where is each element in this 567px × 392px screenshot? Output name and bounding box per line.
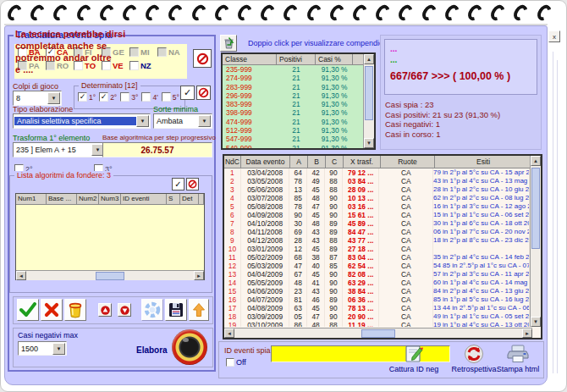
determinato-option-1°[interactable]: ✓1° — [78, 92, 96, 102]
scroll-left-icon[interactable]: ◄ — [224, 329, 234, 338]
lista-column-header[interactable]: Base ... — [47, 194, 77, 205]
table-row[interactable]: 1803/09/200905479020 90 ...CA49 in 1°p a… — [224, 312, 530, 321]
chevron-down-icon[interactable]: ▼ — [47, 92, 60, 104]
compendio-column-header[interactable]: Casi % — [316, 54, 353, 65]
scroll-thumb[interactable] — [531, 168, 540, 249]
lista-column-header[interactable]: Num3 — [99, 194, 121, 205]
lista-column-header[interactable]: ID eventi — [121, 194, 167, 205]
chevron-down-icon[interactable]: ▼ — [52, 343, 65, 355]
lista-hscrollbar[interactable]: ◄ ► — [16, 270, 204, 280]
cattura-id-button[interactable]: Cattura ID neg — [378, 344, 449, 373]
determinato-option-3°[interactable]: 3° — [120, 92, 138, 102]
scroll-thumb[interactable] — [361, 329, 395, 338]
scroll-up-icon[interactable]: ▲ — [531, 156, 541, 166]
scroll-down-icon[interactable]: ▼ — [364, 138, 374, 148]
table-row[interactable]: 1704/08/200963459078 13 ...CA13 44 in 2°… — [224, 304, 530, 312]
lista-column-header[interactable]: Num1 — [16, 194, 47, 205]
determinato-option-5°[interactable]: 5° — [162, 92, 179, 102]
table-row[interactable]: 274-9992191,30 % — [223, 74, 374, 82]
compendio-column-header[interactable]: Classe — [223, 54, 277, 65]
lista-algoritmi-table[interactable]: Num1Base ...Num2Num3ID eventiSDet — [15, 193, 205, 280]
compendio-vscrollbar[interactable]: ▲ ▼ — [363, 54, 374, 148]
events-column-header[interactable]: X trasf. — [344, 156, 381, 168]
table-row[interactable]: 1105/02/200968388783 04 ...CA35 in 2°p a… — [224, 253, 530, 262]
lista-column-header[interactable]: S — [167, 194, 180, 205]
table-row[interactable]: 549-9992191,30 % — [223, 144, 374, 150]
determinato-option-2°[interactable]: ✓2° — [99, 92, 117, 102]
events-column-header[interactable]: Esiti — [435, 156, 532, 168]
scroll-thumb[interactable] — [96, 272, 124, 280]
stampa-html-button[interactable]: Stampa html — [492, 344, 544, 373]
table-row[interactable]: 235-9992191,30 % — [223, 65, 374, 74]
table-row[interactable]: 1003/01/200912458927 18 ...CA — [224, 245, 530, 253]
lista-clear-button[interactable] — [186, 178, 199, 190]
determinato-option-4'[interactable]: 4' — [141, 92, 157, 102]
table-row[interactable]: 305/06/200813458828 09 ...CA28 in 1°p al… — [224, 185, 530, 194]
lista-confirm-button[interactable]: ✓ — [172, 178, 184, 190]
table-row[interactable]: 296-9992191,30 % — [223, 91, 374, 100]
events-column-header[interactable]: B — [308, 156, 326, 168]
scroll-right-icon[interactable]: ► — [194, 271, 204, 280]
events-column-header[interactable]: Ruote — [381, 156, 435, 168]
move-up-button[interactable] — [98, 303, 112, 317]
table-row[interactable]: 383-9992191,30 % — [223, 100, 374, 108]
table-row[interactable]: 547-9992191,30 % — [223, 135, 374, 143]
casi-negativi-select[interactable]: 1500 ▼ — [18, 341, 67, 356]
chevron-down-icon[interactable]: ▼ — [198, 115, 211, 127]
events-vscrollbar[interactable]: ▲ ▼ — [530, 156, 541, 327]
apply-button[interactable] — [17, 299, 39, 321]
table-row[interactable]: 283-9992191,30 % — [223, 83, 374, 91]
bucket-button[interactable] — [64, 299, 86, 321]
scroll-down-icon[interactable]: ▼ — [531, 317, 541, 327]
table-row[interactable]: 103/04/200864429079 12 ...CA79 in 2°p al… — [224, 168, 530, 177]
lista-column-header[interactable]: Det — [180, 194, 199, 205]
sorte-select[interactable]: Ambata ▼ — [153, 113, 212, 129]
table-row[interactable]: 474-9992191,30 % — [223, 118, 374, 126]
scroll-right-icon[interactable]: ► — [522, 329, 532, 338]
events-column-header[interactable]: A — [290, 156, 308, 168]
close-button[interactable]: x — [548, 30, 560, 42]
table-row[interactable]: 203/05/200878498803 84 ...CA43 in 1°p al… — [224, 177, 530, 185]
trasforma-select[interactable]: 235 ] Elem A + 15 ▼ — [13, 142, 106, 157]
save-button[interactable] — [165, 299, 187, 321]
region-checkbox-na[interactable]: NA — [157, 47, 185, 57]
table-row[interactable]: 505/08/200878479003 16 ...CA16 in 1°p al… — [224, 202, 530, 211]
table-row[interactable]: 512-9992191,30 % — [223, 126, 374, 135]
table-row[interactable]: 804/11/200869438984 47 ...CA06 in 1°p al… — [224, 228, 530, 236]
table-row[interactable]: 1903/10/200986488811 19 ...CA19 in 1°p a… — [224, 321, 530, 327]
table-row[interactable]: 704/10/200830488945 89 ...CA30 in 1°p al… — [224, 219, 530, 228]
base-field[interactable]: 26.75.57 — [102, 142, 212, 157]
tipo-select[interactable]: Analisi selettiva specifica ▼ — [13, 113, 151, 129]
off-checkbox[interactable]: Off — [226, 358, 246, 367]
move-down-button[interactable] — [118, 303, 131, 317]
events-column-header[interactable]: Data evento — [241, 156, 290, 168]
elabora-button[interactable] — [172, 329, 207, 365]
events-column-header[interactable]: C — [326, 156, 344, 168]
events-column-header[interactable]: NdC — [224, 156, 241, 168]
delete-button[interactable] — [41, 299, 63, 321]
refresh-button[interactable] — [141, 299, 163, 321]
compendio-column-header[interactable]: Positivi — [277, 54, 316, 65]
chevron-down-icon[interactable]: ▼ — [136, 115, 149, 127]
table-row[interactable]: 1604/07/200981468906 36 ...CA85 in 1°p a… — [224, 295, 530, 304]
events-table[interactable]: NdCData eventoABCX trasf.RuoteEsiti 103/… — [223, 154, 542, 340]
region-checkbox-nz[interactable]: NZ — [129, 61, 157, 70]
scroll-up-icon[interactable]: ▲ — [364, 54, 374, 64]
table-row[interactable]: 1504/06/200923439038 84 ...CA84 in 2°p a… — [224, 287, 530, 295]
table-row[interactable]: 1405/05/200948419063 29 ...CA60 in 1°p a… — [224, 279, 530, 287]
colpi-select[interactable]: 8 ▼ — [13, 91, 62, 106]
table-row[interactable]: 904/12/200828438843 77 ...CA18 in 2°p al… — [224, 236, 530, 245]
table-row[interactable]: 398-9992191,30 % — [223, 108, 374, 117]
table-row[interactable]: 1304/04/200967459082 08 ...CA57 in 2°p a… — [224, 270, 530, 279]
compendio-table[interactable]: ClassePositiviCasi % 235-9992191,30 %274… — [221, 52, 376, 150]
table-row[interactable]: 1205/03/200947408562 54 ...CA54 85 in 2°… — [224, 262, 530, 270]
lista-column-header[interactable]: Num2 — [77, 194, 99, 205]
events-hscrollbar[interactable]: ◄ ► — [224, 328, 532, 338]
confirm-determinato-button[interactable]: ✓ — [180, 86, 195, 100]
scroll-thumb[interactable] — [365, 66, 373, 120]
table-row[interactable]: 403/07/200885489010 13 ...CA62 in 2°p al… — [224, 194, 530, 202]
compendio-trash-button[interactable] — [220, 35, 237, 52]
clear-regions-button[interactable] — [193, 49, 212, 68]
table-row[interactable]: 604/09/200890459015 61 ...CA15 in 1°p al… — [224, 211, 530, 219]
promote-button[interactable] — [189, 299, 209, 321]
